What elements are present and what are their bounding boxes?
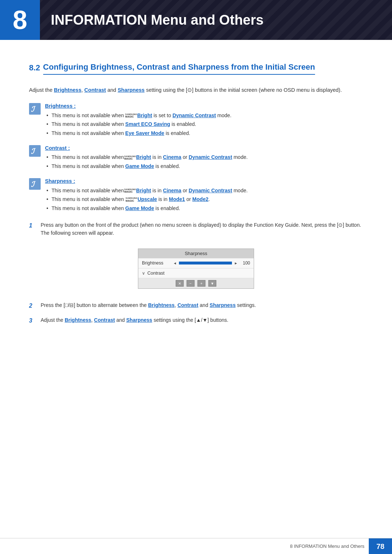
list-item: This menu is not available whenSAMSUNGMA… — [45, 153, 363, 161]
page-header: 8 INFORMATION Menu and Others — [0, 0, 392, 40]
list-item: This menu is not available when Smart EC… — [45, 120, 363, 128]
contrast-link-2: Contrast — [177, 302, 199, 308]
osd-contrast-label: Contrast — [147, 270, 176, 277]
osd-screen: Sharpness Brightness ◄ ► 100 ∨ Contrast … — [138, 249, 254, 289]
step-num-3: 3 — [29, 316, 36, 325]
osd-btn-x[interactable]: ✕ — [176, 280, 184, 287]
contrast-note-block: ℐ Contrast : This menu is not available … — [29, 144, 363, 172]
step-3: 3 Adjust the Brightness, Contrast and Sh… — [29, 316, 363, 325]
dynamic-contrast-link-1: Dynamic Contrast — [172, 112, 216, 118]
brightness-note-content: Brightness : This menu is not available … — [45, 102, 363, 139]
sharpness-note-content: Sharpness : This menu is not available w… — [45, 177, 363, 214]
dynamic-contrast-link-2: Dynamic Contrast — [189, 154, 232, 160]
list-item: This menu is not available when Game Mod… — [45, 163, 363, 171]
mode2-link: Mode2 — [192, 196, 208, 202]
step-2-text: Press the [□/⊟] button to alternate betw… — [41, 301, 363, 309]
sharpness-link: Sharpness — [118, 87, 144, 93]
section-number: 8.2 — [29, 62, 40, 74]
steps-section: 1 Press any button on the front of the p… — [29, 221, 363, 325]
sharpness-note-block: ℐ Sharpness : This menu is not available… — [29, 177, 363, 214]
brightness-link-2: Brightness — [148, 302, 175, 308]
brightness-note-list: This menu is not available when SAMSUNGM… — [45, 112, 363, 138]
brightness-link: Brightness — [54, 87, 82, 93]
note-icon-contrast: ℐ — [29, 145, 41, 157]
osd-right-arrow: ► — [234, 260, 238, 266]
list-item: This menu is not available when Game Mod… — [45, 205, 363, 213]
smart-eco-link: Smart ECO Saving — [125, 121, 170, 127]
magic-bright-link-1: Bright — [137, 112, 152, 118]
step-1-text: Press any button on the front of the pro… — [41, 221, 363, 237]
eye-saver-link: Eye Saver Mode — [125, 130, 164, 136]
osd-btn-down[interactable]: ▼ — [208, 280, 216, 287]
osd-brightness-row: Brightness ◄ ► 100 — [138, 258, 254, 268]
osd-contrast-row: ∨ Contrast — [138, 268, 254, 279]
section-heading: 8.2 Configuring Brightness, Contrast and… — [29, 62, 363, 75]
magic-bright-link-2: Bright — [136, 154, 151, 160]
osd-container: Sharpness Brightness ◄ ► 100 ∨ Contrast … — [29, 243, 363, 295]
osd-title: Sharpness — [138, 249, 254, 258]
page-number: 78 — [369, 538, 392, 554]
cinema-link-1: Cinema — [163, 154, 181, 160]
osd-brightness-label: Brightness — [142, 260, 171, 267]
osd-btn-plus[interactable]: + — [197, 280, 205, 287]
brightness-note-block: ℐ Brightness : This menu is not availabl… — [29, 102, 363, 139]
chapter-num-block: 8 — [0, 0, 40, 40]
osd-controls: ✕ − + ▼ — [138, 278, 254, 288]
intro-paragraph: Adjust the Brightness, Contrast and Shar… — [29, 86, 363, 94]
contrast-note-heading: Contrast : — [45, 144, 363, 152]
contrast-note-list: This menu is not available whenSAMSUNGMA… — [45, 153, 363, 170]
cinema-link-2: Cinema — [163, 188, 181, 193]
osd-brightness-value: 100 — [240, 260, 250, 266]
section-title: Configuring Brightness, Contrast and Sha… — [43, 62, 315, 75]
sharpness-link-3: Sharpness — [126, 317, 152, 323]
contrast-link-3: Contrast — [94, 317, 115, 323]
osd-bar-fill — [179, 262, 232, 264]
magic-bright-link-3: Bright — [136, 188, 151, 193]
main-content: 8.2 Configuring Brightness, Contrast and… — [0, 40, 392, 360]
brightness-note-heading: Brightness : — [45, 102, 363, 110]
osd-btn-minus[interactable]: − — [187, 280, 195, 287]
list-item: This menu is not available when SAMSUNGM… — [45, 196, 363, 204]
list-item: This menu is not available when SAMSUNGM… — [45, 112, 363, 120]
osd-check-icon: ∨ — [142, 270, 145, 276]
sharpness-note-heading: Sharpness : — [45, 177, 363, 185]
game-mode-link-1: Game Mode — [125, 163, 154, 169]
sharpness-note-list: This menu is not available whenSAMSUNGMA… — [45, 187, 363, 213]
osd-left-arrow: ◄ — [173, 260, 177, 266]
mode1-link: Mode1 — [169, 196, 185, 202]
contrast-link: Contrast — [84, 87, 106, 93]
contrast-note-content: Contrast : This menu is not available wh… — [45, 144, 363, 172]
chapter-title: INFORMATION Menu and Others — [40, 10, 264, 30]
note-icon-brightness: ℐ — [29, 103, 41, 115]
list-item: This menu is not available when Eye Save… — [45, 130, 363, 138]
sharpness-link-2: Sharpness — [210, 302, 236, 308]
chapter-number: 8 — [13, 7, 27, 33]
list-item: This menu is not available whenSAMSUNGMA… — [45, 187, 363, 195]
footer-text: 8 INFORMATION Menu and Others — [290, 543, 369, 550]
step-num-2: 2 — [29, 301, 36, 310]
step-3-text: Adjust the Brightness, Contrast and Shar… — [41, 316, 363, 324]
dynamic-contrast-link-3: Dynamic Contrast — [189, 188, 232, 193]
osd-bar — [179, 262, 232, 264]
step-1: 1 Press any button on the front of the p… — [29, 221, 363, 237]
step-num-1: 1 — [29, 221, 36, 230]
step-2: 2 Press the [□/⊟] button to alternate be… — [29, 301, 363, 310]
note-icon-sharpness: ℐ — [29, 178, 41, 190]
magic-upscale-link: Upscale — [138, 196, 157, 202]
brightness-link-3: Brightness — [65, 317, 91, 323]
page-footer: 8 INFORMATION Menu and Others 78 — [0, 538, 392, 554]
game-mode-link-2: Game Mode — [125, 205, 154, 211]
